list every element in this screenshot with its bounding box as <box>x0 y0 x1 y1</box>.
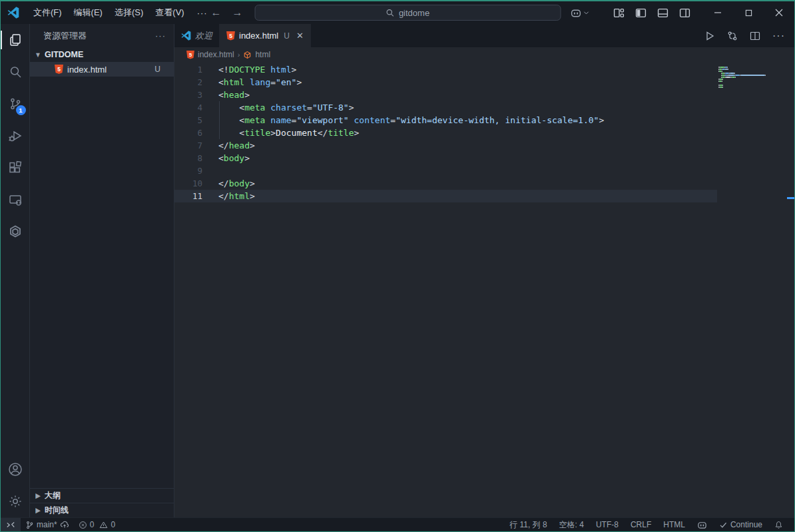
code-text: <html lang="en"> <box>218 76 302 89</box>
code-line[interactable]: 11</html> <box>174 190 717 202</box>
search-icon <box>386 9 395 17</box>
close-window-button[interactable] <box>764 1 794 24</box>
html5-file-icon: 5 <box>186 51 194 59</box>
timeline-section[interactable]: ▶ 时间线 <box>30 503 174 517</box>
status-item-crlf[interactable]: CRLF <box>625 520 657 529</box>
chevron-right-icon: › <box>238 51 240 59</box>
menu-2[interactable]: 选择(S) <box>109 5 149 21</box>
run-file-icon[interactable] <box>704 31 715 41</box>
remote-explorer-icon[interactable] <box>1 184 30 216</box>
breadcrumb-file[interactable]: index.html <box>198 50 234 59</box>
code-line[interactable]: 6 <title>Document</title> <box>174 127 717 139</box>
editor-group: 欢迎 5 index.html U ✕ ··· 5 index.html <box>174 24 794 517</box>
code-line[interactable]: 3<head> <box>174 89 717 101</box>
nav-forward-icon[interactable]: → <box>227 7 248 19</box>
line-number: 1 <box>174 63 218 76</box>
code-editor[interactable]: 1<!DOCTYPE html>2<html lang="en">3<head>… <box>174 62 794 517</box>
copilot-icon <box>571 7 582 19</box>
maximize-button[interactable] <box>733 1 764 24</box>
line-number: 3 <box>174 89 218 101</box>
toggle-panel-icon[interactable] <box>657 7 668 19</box>
code-line[interactable]: 1<!DOCTYPE html> <box>174 63 717 76</box>
account-icon[interactable] <box>1 453 30 485</box>
chevron-right-icon: ▶ <box>33 491 43 499</box>
tab-label: index.html <box>239 31 278 41</box>
status-item-continue[interactable]: Continue <box>713 520 768 529</box>
status-item-label: UTF-8 <box>596 520 619 529</box>
warnings-icon <box>99 521 108 529</box>
branch-name: main* <box>37 520 57 529</box>
nav-back-icon[interactable]: ← <box>206 7 227 19</box>
git-branch-button[interactable]: main* <box>21 518 74 531</box>
status-item-utf-8[interactable]: UTF-8 <box>590 520 625 529</box>
code-line[interactable]: 9 <box>174 164 717 177</box>
chevron-down-icon: ▼ <box>33 51 43 59</box>
branch-icon <box>25 521 34 529</box>
status-bar: main* 0 0 行 11, 列 8空格: 4UTF-8CRLFHTMLCon… <box>1 517 794 531</box>
line-number: 11 <box>174 190 218 202</box>
explorer-sidebar: 资源管理器 ··· ▼ GITDOME 5 index.html U ▶ 大纲 … <box>30 24 174 517</box>
line-number: 4 <box>174 101 218 114</box>
copilot-icon <box>697 520 707 530</box>
search-sidebar-icon[interactable] <box>1 56 30 88</box>
line-number: 9 <box>174 164 218 177</box>
sidebar-title: 资源管理器 <box>43 30 87 42</box>
toggle-secondary-sidebar-icon[interactable] <box>679 7 690 19</box>
code-line[interactable]: 2<html lang="en"> <box>174 76 717 89</box>
minimize-button[interactable] <box>702 1 733 24</box>
more-actions-icon[interactable]: ··· <box>772 30 785 42</box>
code-text: <meta name="viewport" content="width=dev… <box>218 114 604 127</box>
run-debug-icon[interactable] <box>1 120 30 152</box>
code-text: <meta charset="UTF-8"> <box>218 101 354 114</box>
menu-1[interactable]: 编辑(E) <box>68 5 109 21</box>
status-item-空格-4[interactable]: 空格: 4 <box>553 519 590 531</box>
code-line[interactable]: 8<body> <box>174 152 717 164</box>
problems-button[interactable]: 0 0 <box>74 518 120 531</box>
line-number: 7 <box>174 139 218 152</box>
copilot-menu-button[interactable] <box>571 7 590 19</box>
code-line[interactable]: 4 <meta charset="UTF-8"> <box>174 101 717 114</box>
code-text: </head> <box>218 139 255 152</box>
errors-icon <box>79 521 87 529</box>
error-count: 0 <box>90 520 95 529</box>
minimap[interactable] <box>718 64 785 89</box>
code-line[interactable]: 10</body> <box>174 177 717 190</box>
explorer-icon[interactable] <box>1 24 30 56</box>
warning-count: 0 <box>111 520 115 529</box>
folder-row-gitdome[interactable]: ▼ GITDOME <box>30 47 174 62</box>
status-item-label: 行 11, 列 8 <box>509 519 547 531</box>
status-item-html[interactable]: HTML <box>657 520 691 529</box>
tab-welcome[interactable]: 欢迎 <box>174 24 220 47</box>
split-editor-icon[interactable] <box>750 31 760 41</box>
tab-index-html[interactable]: 5 index.html U ✕ <box>220 24 311 47</box>
title-bar: 文件(F)编辑(E)选择(S)查看(V) ··· ← → gitdome <box>1 1 794 24</box>
code-text: <body> <box>218 152 250 164</box>
open-changes-icon[interactable] <box>727 31 738 41</box>
hexagon-extension-icon[interactable] <box>1 216 30 248</box>
toggle-primary-sidebar-icon[interactable] <box>635 7 647 19</box>
remote-indicator-button[interactable] <box>1 518 21 531</box>
settings-gear-icon[interactable] <box>1 485 30 517</box>
search-query-text: gitdome <box>399 8 429 18</box>
line-number: 8 <box>174 152 218 164</box>
line-number: 10 <box>174 177 218 190</box>
file-row-index-html[interactable]: 5 index.html U <box>30 62 174 77</box>
menu-3[interactable]: 查看(V) <box>149 5 190 21</box>
html5-file-icon: 5 <box>226 31 235 41</box>
code-line[interactable]: 5 <meta name="viewport" content="width=d… <box>174 114 717 127</box>
menu-0[interactable]: 文件(F) <box>27 5 68 21</box>
extensions-icon[interactable] <box>1 152 30 184</box>
sidebar-more-button[interactable]: ··· <box>155 31 166 41</box>
copilot-status-button[interactable] <box>691 520 713 530</box>
breadcrumb-symbol[interactable]: html <box>255 50 270 59</box>
outline-label: 大纲 <box>45 490 61 501</box>
source-control-icon[interactable]: 1 <box>1 88 30 120</box>
outline-section[interactable]: ▶ 大纲 <box>30 488 174 503</box>
command-center-search[interactable]: gitdome <box>255 5 561 21</box>
status-item-行-11-列-8[interactable]: 行 11, 列 8 <box>503 519 553 531</box>
tab-label: 欢迎 <box>195 30 212 42</box>
close-tab-icon[interactable]: ✕ <box>296 31 304 41</box>
customize-layout-icon[interactable] <box>613 7 625 19</box>
bell-status-button[interactable] <box>768 521 789 529</box>
code-line[interactable]: 7</head> <box>174 139 717 152</box>
